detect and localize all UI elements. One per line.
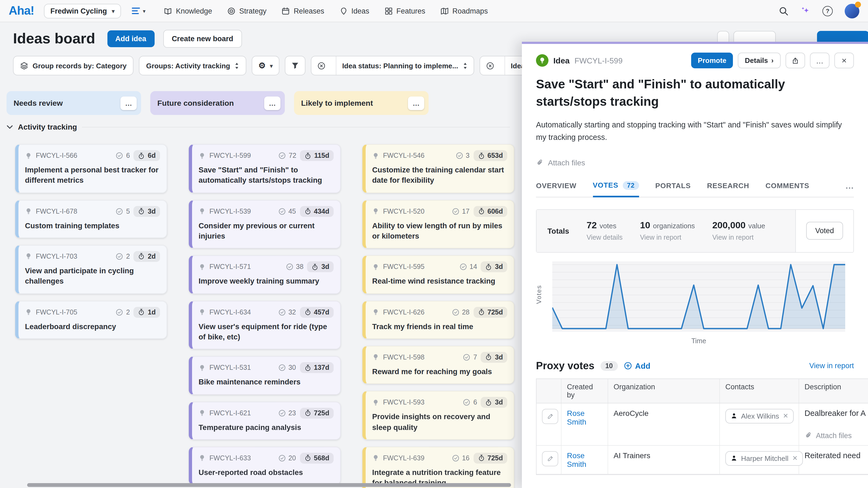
idea-card[interactable]: FWCYL-I-52017606dAbility to view length … bbox=[362, 200, 514, 248]
nav-item-ideas[interactable]: Ideas bbox=[339, 7, 369, 15]
tab-portals[interactable]: PORTALS bbox=[655, 182, 691, 197]
remove-status-filter-button[interactable] bbox=[311, 56, 331, 75]
bulb-icon bbox=[25, 152, 32, 159]
voted-button[interactable]: Voted bbox=[806, 222, 843, 240]
add-proxy-vote-button[interactable]: Add bbox=[624, 362, 650, 370]
app-window: Aha! Fredwin Cycling ▾ ▾ KnowledgeStrate… bbox=[0, 0, 868, 488]
idea-card[interactable]: FWCYL-I-67853dCustom training templates bbox=[15, 200, 167, 238]
remove-contact-icon[interactable]: ✕ bbox=[783, 412, 788, 420]
table-header-created-by: Created by bbox=[561, 379, 608, 403]
add-idea-button[interactable]: Add idea bbox=[107, 30, 154, 47]
age-badge: 434d bbox=[300, 206, 334, 217]
votes-count: 7 bbox=[463, 354, 477, 361]
workspace-selector[interactable]: Fredwin Cycling ▾ bbox=[44, 3, 121, 18]
remove-merged-filter-button[interactable] bbox=[480, 56, 500, 75]
idea-type-icon bbox=[536, 54, 549, 67]
idea-card[interactable]: FWCYL-I-56666dImplement a personal best … bbox=[15, 144, 167, 193]
tab-overview[interactable]: OVERVIEW bbox=[536, 182, 577, 197]
idea-card[interactable]: FWCYL-I-5463653dCustomize the training c… bbox=[362, 144, 514, 193]
stat-link[interactable]: View details bbox=[586, 234, 622, 241]
group-records-by-chip[interactable]: Group records by: Category bbox=[13, 56, 134, 75]
column-menu-button[interactable]: … bbox=[120, 96, 137, 110]
stat-value: 72votes bbox=[586, 220, 622, 231]
view-switcher-button[interactable]: ▾ bbox=[132, 7, 145, 14]
age-value: 725d bbox=[488, 454, 503, 462]
idea-card[interactable]: FWCYL-I-63320568dUser-reported road obst… bbox=[189, 447, 341, 485]
attach-files-control[interactable]: Attach files bbox=[805, 432, 868, 440]
avatar[interactable] bbox=[845, 3, 859, 18]
settings-chip[interactable]: ⚙ ▾ bbox=[252, 56, 279, 75]
filter-chip[interactable] bbox=[284, 56, 305, 75]
idea-card[interactable]: FWCYL-I-63432457dView user's equipment f… bbox=[189, 301, 341, 349]
nav-item-strategy[interactable]: Strategy bbox=[227, 7, 267, 15]
nav-item-roadmaps[interactable]: Roadmaps bbox=[440, 7, 488, 15]
tab-research[interactable]: RESEARCH bbox=[707, 182, 749, 197]
created-by-link[interactable]: Rose Smith bbox=[567, 451, 586, 468]
tabs-more-button[interactable]: … bbox=[845, 181, 854, 197]
promote-button[interactable]: Promote bbox=[691, 53, 733, 68]
contact-chip[interactable]: Alex Wilkins✕ bbox=[725, 409, 794, 423]
stat-link[interactable]: View in report bbox=[640, 234, 695, 241]
close-button[interactable]: × bbox=[834, 53, 854, 68]
votes-count: 20 bbox=[278, 454, 296, 462]
idea-card[interactable]: FWCYL-I-53945434dConsider my previous or… bbox=[189, 200, 341, 248]
idea-card[interactable]: FWCYL-I-571383dImprove weekly training s… bbox=[189, 256, 341, 294]
idea-card[interactable]: FWCYL-I-62123725dTemperature pacing anal… bbox=[189, 401, 341, 440]
attach-files-control[interactable]: Attach files bbox=[536, 158, 854, 167]
idea-card[interactable]: FWCYL-I-595143dReal-time wind resistance… bbox=[362, 256, 514, 294]
nav-item-features[interactable]: Features bbox=[384, 7, 425, 15]
edit-cell bbox=[536, 446, 561, 474]
edit-proxy-vote-button[interactable] bbox=[542, 409, 558, 424]
contacts-cell: Harper Mitchell✕ bbox=[720, 446, 799, 474]
idea-card[interactable]: FWCYL-I-70521dLeaderboard discrepancy bbox=[15, 301, 167, 339]
contact-chip[interactable]: Harper Mitchell✕ bbox=[725, 451, 803, 466]
bulb-icon bbox=[372, 308, 379, 316]
column-header-likely-to-implement: Likely to implement… bbox=[294, 91, 429, 115]
idea-card[interactable]: FWCYL-I-62628725dTrack my friends in rea… bbox=[362, 301, 514, 339]
idea-card[interactable]: FWCYL-I-70322dView and participate in cy… bbox=[15, 245, 167, 294]
idea-card[interactable]: FWCYL-I-59873dReward me for reaching my … bbox=[362, 346, 514, 384]
stopwatch-icon bbox=[485, 263, 492, 270]
idea-id: FWCYL-I-593 bbox=[383, 398, 459, 406]
view-in-report-link[interactable]: View in report bbox=[809, 362, 854, 370]
age-badge: 457d bbox=[300, 306, 334, 318]
column-menu-button[interactable]: … bbox=[408, 96, 424, 110]
edit-proxy-vote-button[interactable] bbox=[542, 451, 558, 466]
created-by-link[interactable]: Rose Smith bbox=[567, 409, 586, 426]
age-value: 725d bbox=[488, 308, 503, 316]
group-section-activity-tracking[interactable]: Activity tracking bbox=[6, 123, 510, 131]
help-icon[interactable]: ? bbox=[823, 6, 833, 16]
nav-item-label: Roadmaps bbox=[453, 7, 488, 15]
votes-number: 28 bbox=[462, 308, 469, 316]
table-row: Rose SmithAI TrainersHarper Mitchell✕Rei… bbox=[536, 446, 868, 475]
idea-id: FWCYL-I-703 bbox=[36, 253, 112, 260]
badge-check-icon bbox=[286, 263, 293, 271]
idea-card[interactable]: FWCYL-I-59363dProvide insights on recove… bbox=[362, 391, 514, 440]
pin-icon bbox=[339, 7, 347, 15]
nav-item-knowledge[interactable]: Knowledge bbox=[164, 7, 212, 15]
nav-item-releases[interactable]: Releases bbox=[282, 7, 324, 15]
share-button[interactable] bbox=[785, 53, 805, 68]
idea-card[interactable]: FWCYL-I-59972115dSave "Start" and "Finis… bbox=[189, 144, 341, 193]
age-value: 434d bbox=[314, 207, 329, 215]
calendar-icon bbox=[282, 7, 290, 15]
idea-card[interactable]: FWCYL-I-53130137dBike maintenance remind… bbox=[189, 356, 341, 394]
idea-card[interactable]: FWCYL-I-63916725dIntegrate a nutrition t… bbox=[362, 447, 514, 488]
column-menu-button[interactable]: … bbox=[264, 96, 280, 110]
horizontal-scrollbar[interactable] bbox=[27, 483, 511, 487]
tab-comments[interactable]: COMMENTS bbox=[766, 182, 809, 197]
tab-votes[interactable]: VOTES72 bbox=[593, 181, 639, 197]
more-options-button[interactable]: … bbox=[810, 53, 830, 68]
create-new-board-button[interactable]: Create new board bbox=[163, 30, 242, 48]
stopwatch-icon bbox=[304, 152, 311, 159]
details-button[interactable]: Details › bbox=[738, 53, 781, 68]
search-icon[interactable] bbox=[779, 6, 788, 15]
remove-contact-icon[interactable]: ✕ bbox=[792, 455, 798, 462]
ai-sparkle-icon[interactable] bbox=[800, 6, 810, 16]
status-filter-value[interactable]: Idea status: Planning to impleme... bbox=[336, 56, 473, 75]
stat-link[interactable]: View in report bbox=[712, 234, 765, 241]
drawer-tabs: OVERVIEWVOTES72PORTALSRESEARCHCOMMENTS… bbox=[536, 181, 854, 197]
idea-id: FWCYL-I-626 bbox=[383, 308, 448, 316]
groups-chip[interactable]: Groups: Activity tracking bbox=[139, 56, 247, 75]
badge-check-icon bbox=[116, 152, 123, 159]
